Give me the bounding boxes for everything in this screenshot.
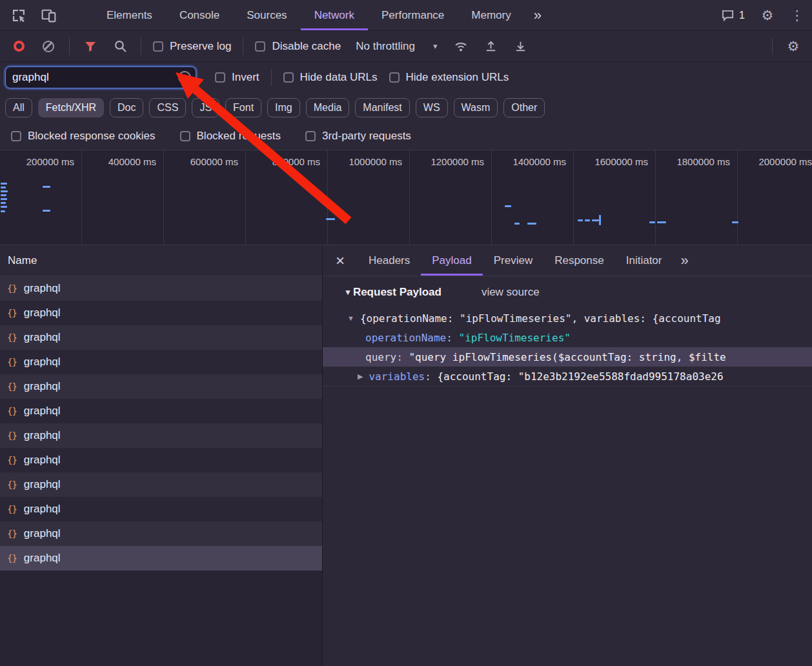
upload-icon	[483, 39, 498, 54]
request-payload-section-header[interactable]: ▼ Request Payload view source	[323, 276, 812, 308]
timeline-label: 1600000 ms	[574, 150, 656, 245]
kebab-menu-icon[interactable]: ⋮	[782, 0, 812, 30]
tab-performance[interactable]: Performance	[368, 0, 458, 30]
tab-memory[interactable]: Memory	[458, 0, 524, 30]
filter-chip-css[interactable]: CSS	[149, 98, 186, 117]
details-tabbar: × Headers Payload Preview Response Initi…	[323, 245, 812, 276]
request-row[interactable]: {}graphql	[0, 521, 322, 546]
collapse-triangle-icon: ▼	[344, 288, 352, 297]
close-details-icon[interactable]: ×	[323, 245, 358, 276]
request-row[interactable]: {}graphql	[0, 423, 322, 448]
fetch-xhr-icon: {}	[7, 308, 17, 318]
import-har-button[interactable]	[476, 39, 505, 54]
timeline-label: 2000000 ms	[738, 150, 812, 245]
payload-query-row-selected[interactable]: query: "query ipFlowTimeseries($accountT…	[323, 347, 812, 367]
search-icon	[114, 39, 127, 53]
details-tab-headers[interactable]: Headers	[358, 245, 421, 276]
more-panels-chevron-icon[interactable]: »	[525, 0, 551, 30]
console-messages-badge[interactable]: 1	[713, 0, 753, 30]
request-row[interactable]: {}graphql	[0, 497, 322, 521]
checkbox-box	[215, 72, 225, 83]
device-toolbar-icon[interactable]	[34, 0, 63, 30]
tab-console[interactable]: Console	[166, 0, 233, 30]
fetch-xhr-icon: {}	[7, 381, 17, 392]
more-details-tabs-chevron-icon[interactable]: »	[673, 245, 696, 276]
payload-root-node[interactable]: ▼ {operationName: "ipFlowTimeseries", va…	[323, 308, 812, 328]
timeline-request-bar	[1, 210, 5, 212]
tab-network[interactable]: Network	[301, 0, 368, 30]
details-tab-initiator[interactable]: Initiator	[615, 245, 673, 276]
divider	[141, 38, 141, 55]
filter-chip-other[interactable]: Other	[503, 98, 545, 117]
payload-operationname-row[interactable]: operationName: "ipFlowTimeseries"	[323, 328, 812, 347]
clear-filter-icon[interactable]: ×	[178, 71, 191, 84]
network-settings-gear-icon[interactable]: ⚙	[778, 39, 808, 54]
filter-chip-doc[interactable]: Doc	[110, 98, 143, 117]
hide-data-urls-checkbox[interactable]: Hide data URLs	[278, 71, 383, 84]
invert-checkbox[interactable]: Invert	[209, 71, 265, 84]
request-row[interactable]: {}graphql	[0, 301, 322, 325]
clear-icon	[43, 41, 54, 52]
view-source-link[interactable]: view source	[482, 286, 540, 299]
request-row-selected[interactable]: {}graphql	[0, 546, 322, 570]
filter-chip-img[interactable]: Img	[267, 98, 300, 117]
network-main-split: Name {}graphql {}graphql {}graphql {}gra…	[0, 245, 812, 666]
requests-name-column-header[interactable]: Name	[0, 245, 322, 276]
payload-key: query	[365, 351, 396, 363]
filter-chip-wasm[interactable]: Wasm	[454, 98, 498, 117]
request-name: graphql	[24, 454, 61, 467]
request-row[interactable]: {}graphql	[0, 350, 322, 374]
details-tab-preview[interactable]: Preview	[483, 245, 543, 276]
timeline-request-bar	[326, 218, 335, 220]
timeline-label: 600000 ms	[164, 150, 246, 245]
filter-chip-all[interactable]: All	[5, 98, 32, 117]
blocked-requests-checkbox[interactable]: Blocked requests	[174, 130, 287, 143]
filter-toggle-button[interactable]	[76, 40, 105, 53]
disable-cache-label: Disable cache	[272, 40, 341, 53]
filter-chip-media[interactable]: Media	[306, 98, 350, 117]
panel-tabs: Elements Console Sources Network Perform…	[93, 0, 551, 30]
settings-gear-icon[interactable]: ⚙	[753, 0, 782, 30]
search-button[interactable]	[105, 39, 135, 53]
preserve-log-checkbox[interactable]: Preserve log	[147, 40, 237, 53]
request-row[interactable]: {}graphql	[0, 374, 322, 399]
request-row[interactable]: {}graphql	[0, 448, 322, 472]
filter-chip-js[interactable]: JS	[192, 98, 219, 117]
network-conditions-button[interactable]	[446, 39, 476, 54]
divider	[69, 38, 70, 55]
timeline-request-bar	[527, 223, 536, 225]
request-name: graphql	[24, 307, 61, 319]
filter-chip-manifest[interactable]: Manifest	[355, 98, 409, 117]
request-name: graphql	[24, 282, 61, 295]
payload-summary-text: {operationName: "ipFlowTimeseries", vari…	[360, 312, 721, 325]
third-party-requests-checkbox[interactable]: 3rd-party requests	[299, 130, 417, 143]
timeline-label: 1800000 ms	[656, 150, 738, 245]
disable-cache-checkbox[interactable]: Disable cache	[249, 40, 347, 53]
export-har-button[interactable]	[505, 39, 535, 54]
request-name: graphql	[24, 552, 61, 565]
clear-network-log-button[interactable]	[34, 41, 63, 52]
filter-chip-font[interactable]: Font	[225, 98, 261, 117]
throttling-select[interactable]: No throttling ▾	[347, 40, 446, 53]
payload-variables-row[interactable]: ▶variables: {accountTag: "b12e3b2192ee55…	[323, 367, 812, 386]
hide-extension-urls-checkbox[interactable]: Hide extension URLs	[383, 71, 515, 84]
filter-chip-fetch-xhr[interactable]: Fetch/XHR	[38, 98, 104, 117]
hide-data-urls-label: Hide data URLs	[300, 71, 378, 84]
timeline-request-bar	[1, 198, 7, 200]
tab-sources[interactable]: Sources	[233, 0, 300, 30]
request-row[interactable]: {}graphql	[0, 472, 322, 497]
request-row[interactable]: {}graphql	[0, 276, 322, 301]
inspect-element-icon[interactable]	[4, 0, 34, 30]
request-row[interactable]: {}graphql	[0, 325, 322, 350]
details-tab-payload[interactable]: Payload	[421, 245, 482, 276]
payload-bottom-divider	[323, 386, 812, 387]
record-network-log-button[interactable]	[4, 41, 34, 52]
timeline-overview[interactable]: 200000 ms 400000 ms 600000 ms 800000 ms …	[0, 150, 812, 245]
filter-chip-ws[interactable]: WS	[416, 98, 448, 117]
blocked-response-cookies-checkbox[interactable]: Blocked response cookies	[5, 130, 161, 143]
timeline-label: 200000 ms	[0, 150, 82, 245]
request-row[interactable]: {}graphql	[0, 399, 322, 423]
details-tab-response[interactable]: Response	[543, 245, 615, 276]
filter-input[interactable]	[5, 66, 196, 88]
tab-elements[interactable]: Elements	[93, 0, 166, 30]
